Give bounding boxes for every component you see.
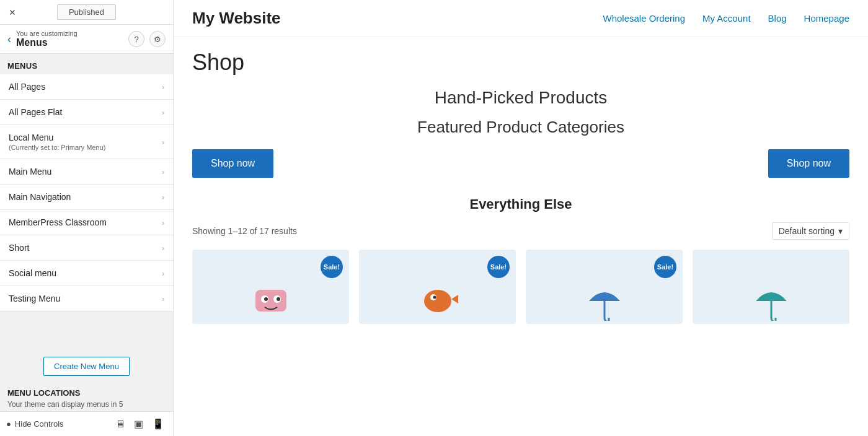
customizing-label: You are customizing <box>16 30 78 37</box>
chevron-right-icon: › <box>162 137 164 147</box>
menu-locations: Menu Locations Your theme can display me… <box>0 382 173 411</box>
everything-else-heading: Everything Else <box>192 196 849 212</box>
product-image <box>746 274 796 324</box>
menu-item-label: Main Menu <box>9 167 51 177</box>
tablet-view-button[interactable]: ▣ <box>131 417 146 431</box>
sale-badge: Sale! <box>321 256 343 278</box>
product-card[interactable]: Sale! <box>526 250 683 324</box>
shop-title: Shop <box>192 50 849 76</box>
svg-point-3 <box>264 297 268 301</box>
help-icon[interactable]: ? <box>128 31 144 47</box>
menu-list-item[interactable]: Social menu › <box>0 261 173 286</box>
featured-title: Featured Product Categories <box>192 118 849 137</box>
sort-select[interactable]: Default sorting ▾ <box>772 222 849 240</box>
shop-now-button-1[interactable]: Shop now <box>192 149 273 178</box>
site-nav-link[interactable]: Homepage <box>804 13 849 24</box>
customizing-left: ‹ You are customizing Menus <box>7 30 78 48</box>
customizing-bar: ‹ You are customizing Menus ? ⚙ <box>0 25 173 54</box>
menu-item-label: Social menu <box>9 268 56 278</box>
hide-controls-toggle[interactable]: ● Hide Controls <box>6 419 64 429</box>
menu-locations-sub: Your theme can display menus in 5 <box>7 400 166 409</box>
product-image <box>580 274 629 324</box>
menu-item-sub: (Currently set to: Primary Menu) <box>9 144 105 151</box>
back-arrow[interactable]: ‹ <box>7 33 11 45</box>
settings-icon[interactable]: ⚙ <box>149 31 166 47</box>
hide-controls-label: Hide Controls <box>15 419 64 429</box>
menu-list-item[interactable]: Local Menu (Currently set to: Primary Me… <box>0 125 173 159</box>
right-panel: My Website Wholesale OrderingMy AccountB… <box>174 0 868 436</box>
menu-list-item[interactable]: Main Menu › <box>0 159 173 185</box>
site-content: Shop Hand-Picked Products Featured Produ… <box>174 37 868 336</box>
menu-list: All Pages › All Pages Flat › Local Menu … <box>0 74 173 347</box>
menu-item-label: MemberPress Classroom <box>9 217 107 227</box>
menu-locations-title: Menu Locations <box>7 388 166 398</box>
customizing-icons: ? ⚙ <box>128 31 166 47</box>
menu-list-item[interactable]: All Pages › <box>0 74 173 100</box>
menu-list-item[interactable]: Testing Menu › <box>0 286 173 312</box>
menu-list-item[interactable]: Main Navigation › <box>0 185 173 210</box>
menu-item-label: Short <box>9 243 29 253</box>
product-card[interactable] <box>693 250 849 324</box>
menu-item-label: Testing Menu <box>9 294 60 303</box>
site-nav-link[interactable]: My Account <box>702 13 751 24</box>
shop-now-button-2[interactable]: Shop now <box>768 149 849 178</box>
results-bar: Showing 1–12 of 17 results Default sorti… <box>192 222 849 240</box>
chevron-right-icon: › <box>162 243 164 253</box>
chevron-right-icon: › <box>162 218 164 227</box>
sale-badge: Sale! <box>654 256 676 278</box>
sale-badge: Sale! <box>487 256 510 278</box>
left-panel: ✕ Published ‹ You are customizing Menus … <box>0 0 174 436</box>
hand-picked-heading: Hand-Picked Products <box>192 88 849 108</box>
mobile-view-button[interactable]: 📱 <box>149 417 167 431</box>
create-new-menu-button[interactable]: Create New Menu <box>43 357 130 376</box>
published-button[interactable]: Published <box>57 4 116 20</box>
site-nav-link[interactable]: Wholesale Ordering <box>603 13 685 24</box>
svg-rect-0 <box>255 290 286 312</box>
product-card[interactable]: Sale! <box>359 250 516 324</box>
chevron-right-icon: › <box>162 167 164 177</box>
menu-list-item[interactable]: All Pages Flat › <box>0 100 173 125</box>
menu-item-label: Local Menu <box>9 133 105 142</box>
menus-section-title: Menus <box>0 54 173 74</box>
svg-point-5 <box>424 290 451 312</box>
shop-now-row: Shop now Shop now <box>192 149 849 178</box>
eye-icon: ● <box>6 419 11 429</box>
sort-label: Default sorting <box>779 226 835 236</box>
menu-list-item[interactable]: Short › <box>0 235 173 261</box>
chevron-right-icon: › <box>162 269 164 278</box>
bottom-icons: 🖥 ▣ 📱 <box>113 417 167 431</box>
customizing-text: You are customizing Menus <box>16 30 78 48</box>
close-button[interactable]: ✕ <box>0 0 25 25</box>
results-text: Showing 1–12 of 17 results <box>192 226 297 236</box>
site-logo: My Website <box>192 9 281 28</box>
menu-item-label: All Pages <box>9 82 45 92</box>
close-icon: ✕ <box>9 7 16 17</box>
menu-item-label: Main Navigation <box>9 192 71 202</box>
customizing-title: Menus <box>16 37 78 48</box>
site-nav-link[interactable]: Blog <box>768 13 787 24</box>
chevron-right-icon: › <box>162 294 164 303</box>
chevron-down-icon: ▾ <box>838 226 843 236</box>
site-header: My Website Wholesale OrderingMy AccountB… <box>174 0 868 37</box>
desktop-view-button[interactable]: 🖥 <box>113 417 128 431</box>
menu-item-label: All Pages Flat <box>9 107 62 117</box>
chevron-right-icon: › <box>162 82 164 92</box>
chevron-right-icon: › <box>162 108 164 117</box>
create-btn-wrapper: Create New Menu <box>0 347 173 382</box>
product-image <box>413 274 463 324</box>
product-card[interactable]: Sale! <box>192 250 349 324</box>
top-bar: ✕ Published <box>0 0 173 25</box>
chevron-right-icon: › <box>162 193 164 202</box>
product-image <box>246 274 296 324</box>
bottom-bar: ● Hide Controls 🖥 ▣ 📱 <box>0 411 173 436</box>
menu-list-item[interactable]: MemberPress Classroom › <box>0 210 173 235</box>
product-grid: Sale! Sale! Sale! <box>192 250 849 324</box>
svg-point-4 <box>277 297 280 301</box>
site-nav: Wholesale OrderingMy AccountBlogHomepage <box>603 13 849 24</box>
svg-point-7 <box>433 296 436 299</box>
